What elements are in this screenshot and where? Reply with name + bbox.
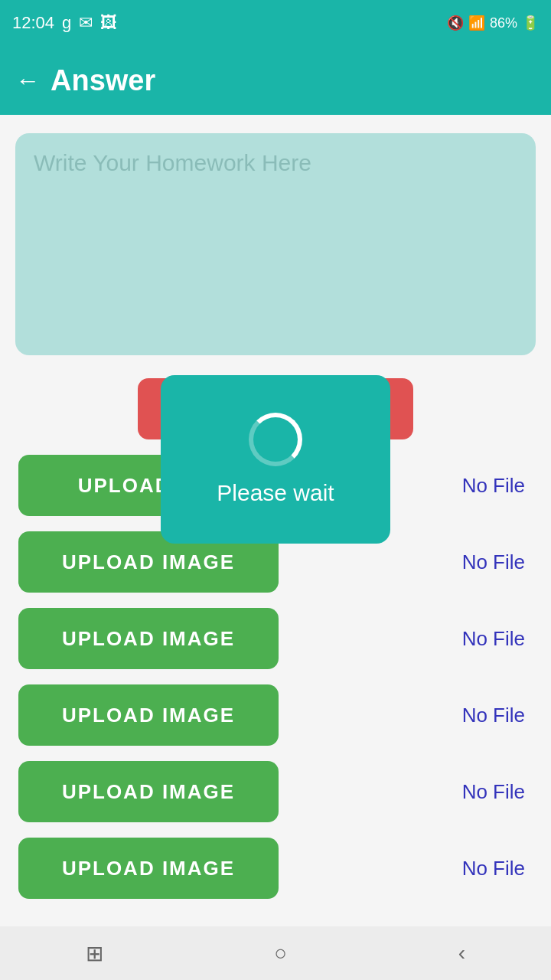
status-bar: 12:04 g ✉ 🖼 🔇 📶 86% 🔋 bbox=[0, 0, 551, 46]
upload-button-3[interactable]: UPLOAD IMAGE bbox=[18, 608, 279, 669]
status-bar-right: 🔇 📶 86% 🔋 bbox=[447, 15, 539, 31]
upload-row-6: UPLOAD IMAGE No File bbox=[18, 838, 533, 899]
please-wait-text: Please wait bbox=[217, 480, 334, 506]
grammarly-icon: g bbox=[62, 13, 71, 33]
status-bar-left: 12:04 g ✉ 🖼 bbox=[12, 13, 117, 33]
upload-row-5: UPLOAD IMAGE No File bbox=[18, 761, 533, 822]
signal-icon: 📶 bbox=[468, 15, 485, 31]
battery-text: 86% bbox=[490, 15, 517, 31]
no-file-label-1: No File bbox=[462, 474, 525, 498]
no-file-label-6: No File bbox=[462, 857, 525, 880]
no-file-label-3: No File bbox=[462, 627, 525, 651]
nav-recent-icon[interactable]: ⊞ bbox=[86, 941, 103, 966]
nav-back-icon[interactable]: ‹ bbox=[458, 941, 465, 965]
bottom-nav: ⊞ ○ ‹ bbox=[0, 926, 551, 980]
email-icon: ✉ bbox=[79, 13, 93, 33]
upload-row-4: UPLOAD IMAGE No File bbox=[18, 684, 533, 746]
image-icon: 🖼 bbox=[100, 13, 117, 33]
upload-button-5[interactable]: UPLOAD IMAGE bbox=[18, 761, 279, 822]
no-file-label-2: No File bbox=[462, 550, 525, 574]
nav-home-icon[interactable]: ○ bbox=[274, 941, 287, 965]
app-bar: ← Answer bbox=[0, 46, 551, 115]
upload-row-3: UPLOAD IMAGE No File bbox=[18, 608, 533, 669]
battery-icon: 🔋 bbox=[522, 15, 539, 31]
no-file-label-5: No File bbox=[462, 780, 525, 804]
upload-button-4[interactable]: UPLOAD IMAGE bbox=[18, 684, 279, 746]
back-button[interactable]: ← bbox=[15, 67, 40, 95]
no-file-label-4: No File bbox=[462, 704, 525, 727]
upload-button-6[interactable]: UPLOAD IMAGE bbox=[18, 838, 279, 899]
please-wait-overlay: Please wait bbox=[161, 375, 390, 544]
mute-icon: 🔇 bbox=[447, 15, 464, 31]
status-time: 12:04 bbox=[12, 13, 54, 33]
loading-spinner bbox=[249, 413, 302, 466]
homework-textarea[interactable] bbox=[15, 133, 536, 355]
page-title: Answer bbox=[51, 64, 155, 97]
